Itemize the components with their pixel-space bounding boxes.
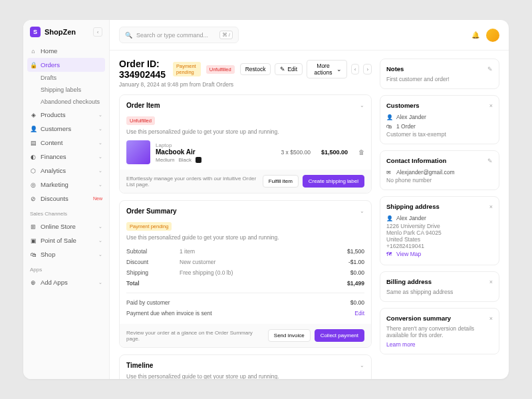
nav-orders[interactable]: 🔒Orders bbox=[27, 58, 105, 72]
nav-add-apps[interactable]: ⊕Add Apps⌄ bbox=[23, 275, 109, 289]
nav-customers[interactable]: 👤Customers⌄ bbox=[23, 122, 109, 136]
contact-phone: No phone number bbox=[386, 177, 493, 184]
nav-content[interactable]: ▤Content⌄ bbox=[23, 136, 109, 150]
conversion-text: There aren't any conversion details avai… bbox=[386, 325, 493, 338]
fulfill-item-button[interactable]: Fulfill item bbox=[263, 175, 299, 188]
orders-icon: 🔒 bbox=[30, 62, 37, 68]
chevron-down-icon: ⌄ bbox=[98, 238, 102, 243]
collect-payment-button[interactable]: Collect payment bbox=[315, 329, 364, 342]
conversion-title: Conversion summary bbox=[386, 315, 451, 322]
search-input[interactable]: 🔍 Search or type command... ⌘ / bbox=[119, 27, 239, 43]
edit-icon: ✎ bbox=[280, 66, 285, 72]
notes-title: Notes bbox=[386, 65, 404, 72]
chevron-down-icon: ⌄ bbox=[98, 252, 102, 257]
search-icon: 🔍 bbox=[125, 32, 132, 39]
user-avatar[interactable] bbox=[486, 29, 499, 42]
store-icon: ⊞ bbox=[30, 223, 37, 230]
search-placeholder: Search or type command... bbox=[136, 32, 208, 39]
order-item-title: Order Item bbox=[126, 102, 160, 109]
paid-label: Paid by customer bbox=[126, 299, 350, 306]
person-icon: 👤 bbox=[386, 215, 393, 221]
shipping-addr2: Menlo Park CA 94025 bbox=[386, 229, 493, 236]
nav-orders-label: Orders bbox=[41, 61, 60, 68]
pos-icon: ▣ bbox=[30, 237, 37, 244]
product-color: Black bbox=[178, 157, 192, 163]
shipping-phone: +16282419041 bbox=[386, 243, 493, 249]
nav-finances[interactable]: ◐Finances⌄ bbox=[23, 150, 109, 164]
customers-icon: 👤 bbox=[30, 126, 37, 132]
nav-pos[interactable]: ▣Point of Sale⌄ bbox=[23, 233, 109, 247]
view-map-link[interactable]: View Map bbox=[396, 251, 421, 257]
product-total: $1,500.00 bbox=[321, 149, 348, 156]
nav-shipping-labels[interactable]: Shipping labels bbox=[23, 84, 109, 96]
chevron-down-icon: ⌄ bbox=[98, 112, 102, 118]
subtotal-label: Subtotal bbox=[126, 248, 180, 255]
next-button[interactable]: › bbox=[363, 64, 372, 74]
customer-name: Alex Jander bbox=[396, 114, 426, 120]
shop-icon: 🛍 bbox=[30, 251, 37, 258]
shipping-val: $0.00 bbox=[350, 269, 364, 276]
subtotal-mid: 1 item bbox=[180, 248, 347, 255]
nav-marketing[interactable]: ◎Marketing⌄ bbox=[23, 178, 109, 192]
learn-more-link[interactable]: Learn more bbox=[386, 341, 493, 348]
subtotal-val: $1,500 bbox=[347, 248, 364, 255]
nav-online-store[interactable]: ⊞Online Store⌄ bbox=[23, 219, 109, 233]
shipping-card: Shipping address× 👤Alex Jander 1226 Univ… bbox=[380, 196, 499, 265]
nav-drafts[interactable]: Drafts bbox=[23, 72, 109, 84]
home-icon: ⌂ bbox=[30, 48, 37, 55]
edit-button[interactable]: ✎Edit bbox=[275, 63, 303, 75]
contact-title: Contact Information bbox=[386, 157, 446, 164]
chevron-down-icon: ⌄ bbox=[98, 140, 102, 146]
collapse-sidebar-button[interactable]: ‹ bbox=[93, 27, 102, 37]
nav-abandoned[interactable]: Abandoned checkouts bbox=[23, 96, 109, 108]
notifications-button[interactable]: 🔔 bbox=[471, 31, 479, 39]
close-customers-button[interactable]: × bbox=[489, 102, 493, 109]
contact-card: Contact Information✎ ✉Alexjander@gmail.c… bbox=[380, 150, 499, 190]
customer-tax: Customer is tax-exempt bbox=[386, 131, 493, 138]
order-subtitle: January 8, 2024 at 9:48 pm from Draft Or… bbox=[119, 81, 372, 88]
nav-discounts[interactable]: ⊘DiscountsNew bbox=[23, 192, 109, 205]
prev-button[interactable]: ‹ bbox=[351, 64, 360, 74]
product-image bbox=[126, 140, 150, 164]
chevron-down-icon[interactable]: ⌄ bbox=[360, 208, 364, 214]
content-icon: ▤ bbox=[30, 140, 37, 146]
create-shipping-label-button[interactable]: Create shipping label bbox=[303, 175, 364, 188]
page-header: Order ID: 334902445 Payment pending Unfu… bbox=[119, 59, 372, 80]
order-summary-card: Order Summary⌄ Payment pending Use this … bbox=[119, 200, 372, 348]
mail-icon: ✉ bbox=[386, 170, 393, 176]
chevron-down-icon[interactable]: ⌄ bbox=[360, 362, 364, 368]
edit-contact-button[interactable]: ✎ bbox=[487, 158, 493, 164]
billing-text: Same as shipping address bbox=[386, 289, 493, 295]
nav-products[interactable]: ◈Products⌄ bbox=[23, 108, 109, 122]
topbar: 🔍 Search or type command... ⌘ / 🔔 bbox=[110, 20, 509, 51]
search-kbd: ⌘ / bbox=[219, 31, 233, 39]
content: Order ID: 334902445 Payment pending Unfu… bbox=[110, 51, 509, 379]
chevron-down-icon: ⌄ bbox=[98, 182, 102, 188]
edit-notes-button[interactable]: ✎ bbox=[487, 66, 493, 72]
nav-analytics[interactable]: ⬡Analytics⌄ bbox=[23, 164, 109, 178]
fulfillment-status-pill: Unfulfilled bbox=[206, 65, 235, 74]
edit-due-link[interactable]: Edit bbox=[354, 310, 364, 317]
chevron-down-icon: ⌄ bbox=[98, 154, 102, 160]
nav-customers-label: Customers bbox=[41, 125, 71, 132]
summary-status-pill: Payment pending bbox=[126, 222, 172, 231]
nav-shop[interactable]: 🛍Shop⌄ bbox=[23, 247, 109, 261]
section-apps: Apps bbox=[23, 261, 109, 275]
close-billing-button[interactable]: × bbox=[489, 279, 493, 285]
delete-item-button[interactable]: 🗑 bbox=[358, 149, 364, 156]
more-actions-button[interactable]: More actions⌄ bbox=[307, 60, 347, 78]
close-shipping-button[interactable]: × bbox=[489, 203, 493, 210]
summary-footer-text: Review your order at a glance on the Ord… bbox=[126, 330, 264, 342]
nav-home[interactable]: ⌂Home bbox=[23, 44, 109, 58]
close-conversion-button[interactable]: × bbox=[489, 315, 493, 322]
color-swatch bbox=[196, 157, 201, 163]
chevron-down-icon: ⌄ bbox=[336, 66, 342, 72]
conversion-card: Conversion summary× There aren't any con… bbox=[380, 308, 499, 354]
send-invoice-button[interactable]: Send invoice bbox=[268, 329, 311, 342]
chevron-down-icon[interactable]: ⌄ bbox=[360, 102, 364, 108]
restock-button[interactable]: Restock bbox=[240, 63, 271, 75]
order-item-card: Order Item⌄ Unfulfilled Use this persona… bbox=[119, 94, 372, 194]
more-label: More actions bbox=[312, 63, 334, 76]
shipping-title: Shipping address bbox=[386, 203, 440, 210]
shipping-label: Shipping bbox=[126, 269, 180, 276]
